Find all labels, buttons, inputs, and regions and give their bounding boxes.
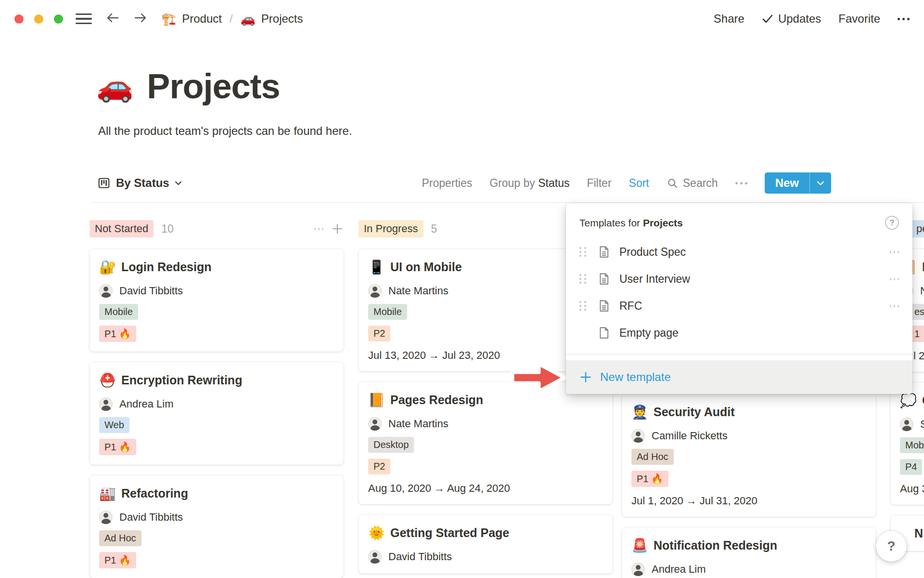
priority-tag: P4 <box>900 459 922 475</box>
card-dates: Jul 1, 2020 → Jul 31, 2020 <box>631 495 866 507</box>
project-card-partial[interactable]: 💭C S Mobile P4 Aug 3 <box>890 382 924 505</box>
window-topbar: 🏗️ Product / 🚗 Projects Share Updates Fa… <box>0 0 924 38</box>
card-title: Pages Redesign <box>390 393 483 407</box>
toolbar-divider <box>91 202 924 203</box>
template-item-rfc[interactable]: RFC <box>566 292 912 319</box>
avatar <box>368 550 382 564</box>
platform-tag: Mobile <box>368 304 407 320</box>
help-button[interactable]: ? <box>876 531 907 562</box>
project-card[interactable]: 🏭Refactoring David Tibbitts Ad Hoc P1 🔥 <box>90 475 344 578</box>
template-item-label: User Interview <box>619 273 690 286</box>
page-description: All the product team's projects can be f… <box>98 124 352 138</box>
view-selector[interactable]: By Status <box>97 176 182 190</box>
breadcrumb: 🏗️ Product / 🚗 Projects <box>161 12 303 26</box>
search-icon <box>667 177 679 189</box>
forward-arrow-icon[interactable] <box>133 12 148 26</box>
template-item-empty-page[interactable]: Empty page <box>566 319 912 346</box>
template-item-label: RFC <box>619 300 642 313</box>
card-title: Getting Started Page <box>390 526 509 540</box>
priority-tag: P1 🔥 <box>99 326 136 342</box>
filter-button[interactable]: Filter <box>587 177 611 190</box>
assignee-name: Nate Martins <box>388 418 449 430</box>
help-icon[interactable]: ? <box>885 216 899 230</box>
assignee-name: David Tibbitts <box>119 285 183 297</box>
close-window-button[interactable] <box>14 14 24 24</box>
page-title: Projects <box>147 66 280 106</box>
sort-button[interactable]: Sort <box>629 177 649 190</box>
platform-tag: Ad Hoc <box>99 530 141 546</box>
card-emoji: ⛑️ <box>99 372 115 388</box>
avatar <box>99 511 113 524</box>
project-card[interactable]: 🔐Login Redesign David Tibbitts Mobile P1… <box>90 249 344 352</box>
project-card[interactable]: 🌞Getting Started Page David Tibbitts <box>359 515 613 574</box>
minimize-window-button[interactable] <box>34 14 43 24</box>
project-card[interactable]: 📙Pages Redesign Nate Martins Desktop P2 … <box>359 382 613 504</box>
platform-tag: Ad Hoc <box>631 449 674 465</box>
avatar <box>368 284 382 298</box>
group-by-button[interactable]: Group by Status <box>489 177 569 190</box>
check-icon <box>762 14 773 24</box>
status-badge-not-started[interactable]: Not Started <box>90 220 154 237</box>
column-add-icon[interactable] <box>331 223 344 235</box>
assignee-name: David Tibbitts <box>388 551 452 563</box>
properties-button[interactable]: Properties <box>422 177 472 190</box>
new-button[interactable]: New <box>765 172 831 194</box>
card-emoji: 👮 <box>631 404 647 420</box>
search-button[interactable]: Search <box>667 177 718 190</box>
popup-divider <box>566 354 912 355</box>
board-column-not-started: Not Started 10 🔐Login Redesign David Tib… <box>90 219 344 578</box>
column-more-icon[interactable] <box>314 224 323 234</box>
assignee-name: Andrea Lim <box>119 398 174 410</box>
sidebar-menu-icon[interactable] <box>76 13 92 24</box>
drag-handle-icon[interactable] <box>579 274 587 284</box>
priority-tag: P2 <box>368 459 390 474</box>
chevron-down-icon <box>175 181 182 186</box>
favorite-button[interactable]: Favorite <box>838 12 880 26</box>
card-emoji: 🔐 <box>99 259 115 275</box>
zoom-window-button[interactable] <box>54 14 63 24</box>
card-emoji: 🌞 <box>368 525 384 541</box>
toolbar-more-icon[interactable] <box>735 182 747 184</box>
new-dropdown-chevron-icon[interactable] <box>810 172 831 194</box>
priority-tag: P1 🔥 <box>631 471 668 487</box>
card-emoji: 💭 <box>900 393 915 408</box>
avatar <box>631 429 645 443</box>
card-title: Refactoring <box>121 486 188 500</box>
platform-tag: Mobile <box>99 304 138 320</box>
page-emoji-small: 🚗 <box>241 12 256 26</box>
card-title: UI on Mobile <box>390 260 462 274</box>
template-item-product-spec[interactable]: Product Spec <box>566 238 912 265</box>
template-item-user-interview[interactable]: User Interview <box>566 265 912 292</box>
more-options-icon[interactable] <box>898 18 910 20</box>
share-button[interactable]: Share <box>714 12 744 26</box>
blank-page-icon <box>597 326 611 340</box>
avatar <box>631 563 645 576</box>
breadcrumb-workspace[interactable]: Product <box>182 12 222 26</box>
popup-title: Templates for Projects <box>579 217 683 229</box>
card-title: Encryption Rewriting <box>121 373 242 387</box>
platform-tag: Mobile <box>900 437 924 453</box>
template-more-icon[interactable] <box>890 248 899 257</box>
assignee-name: Andrea Lim <box>652 563 706 576</box>
drag-handle-icon[interactable] <box>579 247 587 257</box>
column-count: 5 <box>431 223 437 236</box>
page-icon[interactable]: 🚗 <box>96 71 133 101</box>
workspace-emoji: 🏗️ <box>161 12 176 26</box>
updates-button[interactable]: Updates <box>762 12 821 26</box>
status-badge-in-progress[interactable]: In Progress <box>359 220 424 237</box>
priority-tag: P1 🔥 <box>99 552 136 568</box>
template-more-icon[interactable] <box>890 275 899 284</box>
template-more-icon[interactable] <box>890 302 899 311</box>
red-arrow-annotation <box>510 361 567 396</box>
card-title-fragment: P <box>922 260 924 274</box>
project-card[interactable]: 👮Security Audit Camille Ricketts Ad Hoc … <box>622 394 876 517</box>
project-card[interactable]: ⛑️Encryption Rewriting Andrea Lim Web P1… <box>90 362 344 465</box>
new-template-button[interactable]: New template <box>566 360 912 394</box>
document-icon <box>597 272 611 286</box>
back-arrow-icon[interactable] <box>105 12 120 26</box>
platform-tag: Desktop <box>368 437 414 453</box>
avatar <box>99 397 113 411</box>
project-card[interactable]: 🚨Notification Redesign Andrea Lim <box>622 527 876 578</box>
breadcrumb-page[interactable]: Projects <box>261 12 303 26</box>
drag-handle-icon[interactable] <box>579 301 587 311</box>
